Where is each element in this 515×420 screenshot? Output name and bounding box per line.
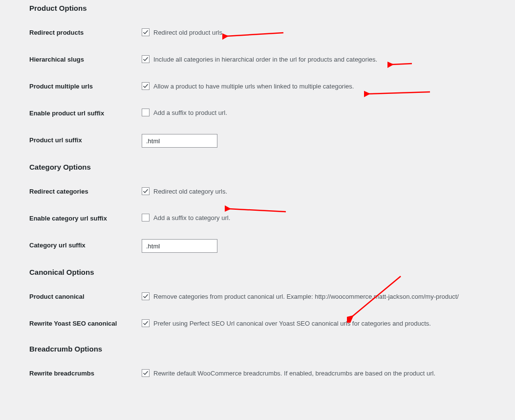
checkbox-label-yoast[interactable]: Prefer using Perfect SEO Url canonical o… (142, 319, 431, 327)
checkbox-enable-category-suffix[interactable] (142, 214, 150, 221)
row-label-category-suffix: Category url suffix (29, 232, 137, 260)
row-label-redirect-categories: Redirect categories (29, 178, 137, 205)
breadcrumb-options-table: Rewrite breadcrumbs Rewrite default WooC… (29, 360, 486, 387)
checkbox-text: Prefer using Perfect SEO Url canonical o… (153, 320, 431, 327)
row-label-hierarchical-slugs: Hierarchical slugs (29, 46, 137, 73)
check-icon (143, 320, 149, 326)
row-label-enable-product-suffix: Enable product url suffix (29, 100, 137, 127)
section-title-canonical: Canonical Options (29, 264, 486, 280)
check-icon (143, 29, 149, 35)
checkbox-redirect-products[interactable] (142, 28, 150, 36)
category-options-table: Redirect categories Redirect old categor… (29, 178, 486, 260)
check-icon (143, 83, 149, 89)
checkbox-text: Redirect old product urls. (153, 29, 224, 36)
check-icon (143, 188, 149, 194)
row-label-redirect-products: Redirect products (29, 19, 137, 46)
canonical-options-table: Product canonical Remove categories from… (29, 283, 486, 337)
checkbox-label-enable-product-suffix[interactable]: Add a suffix to product url. (142, 109, 227, 116)
checkbox-label-redirect-categories[interactable]: Redirect old category urls. (142, 187, 227, 195)
row-label-yoast: Rewrite Yoast SEO canonical (29, 310, 137, 337)
checkbox-label-multiple-urls[interactable]: Allow a product to have multiple urls wh… (142, 82, 354, 90)
checkbox-enable-product-suffix[interactable] (142, 109, 150, 116)
row-label-rewrite-breadcrumbs: Rewrite breadcrumbs (29, 360, 137, 387)
checkbox-label-hierarchical-slugs[interactable]: Include all categories in hierarchical o… (142, 55, 377, 63)
checkbox-text: Add a suffix to category url. (153, 214, 230, 221)
checkbox-text: Include all categories in hierarchical o… (153, 56, 377, 63)
checkbox-label-enable-category-suffix[interactable]: Add a suffix to category url. (142, 214, 230, 221)
check-icon (143, 370, 149, 376)
checkbox-text: Rewrite default WooCommerce breadcrumbs.… (153, 370, 435, 377)
checkbox-label-rewrite-breadcrumbs[interactable]: Rewrite default WooCommerce breadcrumbs.… (142, 369, 435, 377)
checkbox-label-product-canonical[interactable]: Remove categories from product canonical… (142, 292, 459, 300)
checkbox-yoast[interactable] (142, 319, 150, 327)
category-suffix-input[interactable] (142, 239, 217, 253)
check-icon (143, 293, 149, 299)
checkbox-multiple-urls[interactable] (142, 82, 150, 90)
row-label-enable-category-suffix: Enable category url suffix (29, 205, 137, 232)
checkbox-product-canonical[interactable] (142, 292, 150, 300)
product-options-table: Redirect products Redirect old product u… (29, 19, 486, 155)
checkbox-hierarchical-slugs[interactable] (142, 55, 150, 63)
checkbox-redirect-categories[interactable] (142, 187, 150, 195)
section-title-category: Category Options (29, 159, 486, 175)
check-icon (143, 56, 149, 62)
row-label-product-canonical: Product canonical (29, 283, 137, 310)
checkbox-text: Remove categories from product canonical… (153, 293, 459, 300)
checkbox-rewrite-breadcrumbs[interactable] (142, 369, 150, 377)
checkbox-text: Add a suffix to product url. (153, 109, 227, 116)
product-suffix-input[interactable] (142, 134, 217, 148)
section-title-breadcrumb: Breadcrumb Options (29, 341, 486, 357)
checkbox-text: Redirect old category urls. (153, 188, 227, 195)
checkbox-text: Allow a product to have multiple urls wh… (153, 83, 354, 90)
row-label-product-suffix: Product url suffix (29, 127, 137, 155)
section-title-product: Product Options (29, 0, 486, 16)
row-label-multiple-urls: Product multiple urls (29, 73, 137, 100)
checkbox-label-redirect-products[interactable]: Redirect old product urls. (142, 28, 224, 36)
